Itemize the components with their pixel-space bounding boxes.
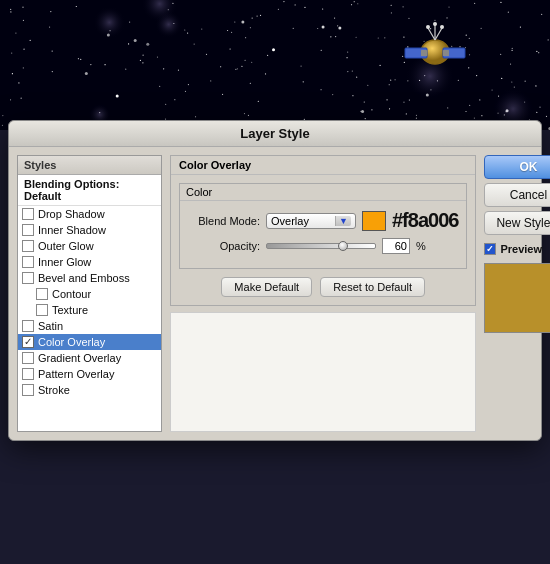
color-overlay-section-title: Color Overlay [171,156,475,175]
contour-label: Contour [52,288,91,300]
bevel-emboss-checkbox[interactable] [22,272,34,284]
inner-glow-label: Inner Glow [38,256,91,268]
opacity-label: Opacity: [188,240,260,252]
styles-panel: Styles Blending Options: Default Drop Sh… [17,155,162,432]
outer-glow-checkbox[interactable] [22,240,34,252]
color-overlay-section: Color Overlay Color Blend Mode: Overlay … [170,155,476,306]
style-stroke[interactable]: Stroke [18,382,161,398]
style-drop-shadow[interactable]: Drop Shadow [18,206,161,222]
style-pattern-overlay[interactable]: Pattern Overlay [18,366,161,382]
stroke-checkbox[interactable] [22,384,34,396]
styles-header: Styles [18,156,161,175]
color-inner-title: Color [180,184,466,201]
svg-point-5 [433,22,437,26]
preview-box [484,263,550,333]
layer-style-dialog: Layer Style Styles Blending Options: Def… [8,120,542,441]
blend-mode-dropdown-arrow[interactable]: ▼ [335,216,351,226]
dialog-title: Layer Style [240,126,309,141]
pattern-overlay-checkbox[interactable] [22,368,34,380]
stroke-label: Stroke [38,384,70,396]
preview-label-text: Preview [500,243,542,255]
texture-checkbox[interactable] [36,304,48,316]
style-color-overlay[interactable]: Color Overlay [18,334,161,350]
outer-glow-label: Outer Glow [38,240,94,252]
blend-mode-value: Overlay [271,215,309,227]
preview-checkbox[interactable] [484,243,496,255]
style-inner-shadow[interactable]: Inner Shadow [18,222,161,238]
color-overlay-checkbox[interactable] [22,336,34,348]
blend-mode-select[interactable]: Overlay ▼ [266,213,356,229]
svg-rect-9 [421,50,427,56]
color-swatch[interactable] [362,211,386,231]
drop-shadow-checkbox[interactable] [22,208,34,220]
ok-button[interactable]: OK [484,155,550,179]
color-overlay-label: Color Overlay [38,336,105,348]
inner-shadow-checkbox[interactable] [22,224,34,236]
contour-checkbox[interactable] [36,288,48,300]
new-style-button[interactable]: New Style... [484,211,550,235]
space-background [0,0,550,130]
svg-line-3 [435,28,442,40]
satin-checkbox[interactable] [22,320,34,332]
bevel-emboss-label: Bevel and Emboss [38,272,130,284]
drop-shadow-label: Drop Shadow [38,208,105,220]
style-contour[interactable]: Contour [18,286,161,302]
style-outer-glow[interactable]: Outer Glow [18,238,161,254]
svg-rect-10 [443,50,449,56]
satellite-image [400,20,470,93]
inner-shadow-label: Inner Shadow [38,224,106,236]
hex-value-display: #f8a006 [392,209,458,232]
opacity-input[interactable] [382,238,410,254]
preview-row: Preview [484,243,550,255]
cancel-button[interactable]: Cancel [484,183,550,207]
opacity-slider-thumb[interactable] [338,241,348,251]
empty-content-area [170,312,476,432]
opacity-percent-label: % [416,240,426,252]
content-area: Color Overlay Color Blend Mode: Overlay … [170,155,476,432]
make-default-button[interactable]: Make Default [221,277,312,297]
gradient-overlay-checkbox[interactable] [22,352,34,364]
style-satin[interactable]: Satin [18,318,161,334]
inner-glow-checkbox[interactable] [22,256,34,268]
style-inner-glow[interactable]: Inner Glow [18,254,161,270]
gradient-overlay-label: Gradient Overlay [38,352,121,364]
bottom-buttons-row: Make Default Reset to Default [171,277,475,297]
style-bevel-emboss[interactable]: Bevel and Emboss [18,270,161,286]
pattern-overlay-label: Pattern Overlay [38,368,114,380]
opacity-slider-container [266,243,376,249]
color-inner-box: Color Blend Mode: Overlay ▼ #f8a006 [179,183,467,269]
svg-point-4 [426,25,430,29]
satin-label: Satin [38,320,63,332]
right-panel: OK Cancel New Style... Preview [484,155,550,432]
svg-point-6 [440,25,444,29]
dialog-titlebar: Layer Style [9,121,541,147]
texture-label: Texture [52,304,88,316]
style-gradient-overlay[interactable]: Gradient Overlay [18,350,161,366]
reset-to-default-button[interactable]: Reset to Default [320,277,425,297]
style-texture[interactable]: Texture [18,302,161,318]
blend-mode-label: Blend Mode: [188,215,260,227]
blending-options-item[interactable]: Blending Options: Default [18,175,161,206]
svg-line-1 [428,28,435,40]
opacity-slider-track[interactable] [266,243,376,249]
